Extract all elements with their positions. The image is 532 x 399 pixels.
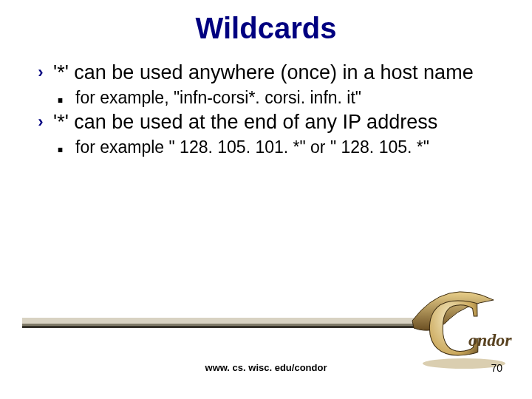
bullet-dot-icon: . (56, 127, 64, 157)
bullet-2-text: '*' can be used at the end of any IP add… (53, 111, 437, 133)
slide: Wildcards › '*' can be used anywhere (on… (0, 0, 532, 399)
bullet-1a: . for example, "infn-corsi*. corsi. infn… (56, 88, 502, 109)
chevron-icon: › (34, 112, 47, 132)
bullet-2a: . for example " 128. 105. 101. *" or " 1… (56, 137, 502, 158)
slide-body: › '*' can be used anywhere (once) in a h… (0, 45, 532, 158)
bullet-dot-icon: . (56, 78, 64, 107)
bullet-1-text: '*' can be used anywhere (once) in a hos… (53, 61, 474, 83)
bullet-1: › '*' can be used anywhere (once) in a h… (34, 61, 502, 85)
page-number: 70 (491, 362, 502, 374)
logo-big-c: C (426, 284, 484, 372)
slide-title: Wildcards (0, 0, 532, 45)
logo-text: ondor (468, 330, 512, 349)
bullet-1a-text: for example, "infn-corsi*. corsi. infn. … (75, 88, 361, 107)
footer-url: www. cs. wisc. edu/condor (0, 362, 532, 373)
bullet-2a-text: for example " 128. 105. 101. *" or " 128… (75, 137, 429, 157)
bullet-2: › '*' can be used at the end of any IP a… (34, 111, 502, 134)
chevron-icon: › (34, 63, 47, 82)
condor-logo: C ondor (405, 284, 523, 372)
divider-bar (22, 318, 430, 328)
